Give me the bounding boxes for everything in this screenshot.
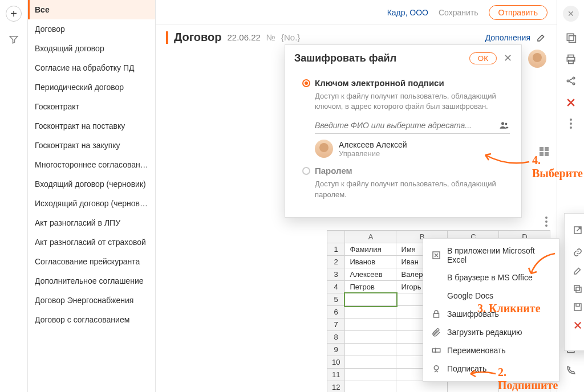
menu-item-label: В приложении Microsoft Excel <box>447 246 551 264</box>
view-grid-toggle[interactable] <box>540 147 549 156</box>
menu-item-label: Переименовать <box>447 346 506 355</box>
menu-expand[interactable]: ⌄ <box>565 334 584 347</box>
sidebar-item[interactable]: Акт разногласий от страховой <box>28 232 155 252</box>
menu-item-label: В браузере в MS Office <box>447 273 533 282</box>
print-icon[interactable] <box>565 54 577 65</box>
author-avatar[interactable] <box>528 50 546 68</box>
sidebar-item[interactable]: Все <box>28 0 155 19</box>
svg-rect-5 <box>574 304 581 311</box>
menu-item[interactable]: Загрузить редакцию <box>423 323 559 341</box>
doc-date: 22.06.22 <box>227 32 260 42</box>
sidebar-item[interactable]: Договор Энергоснабжения <box>28 291 155 310</box>
menu-item-label: Загрузить редакцию <box>447 328 522 337</box>
additions-link[interactable]: Дополнения <box>485 33 530 42</box>
radio-key-label: Ключом электронной подписи <box>315 78 444 88</box>
sidebar-item[interactable]: Входящий договор <box>28 39 155 58</box>
menu-item[interactable]: Google Docs <box>423 287 559 305</box>
add-button[interactable]: + <box>6 6 22 22</box>
menu-item[interactable]: Открыть в новой вкладке <box>565 217 584 243</box>
clip-icon <box>431 327 441 337</box>
radio-password-desc: Доступ к файлу получит пользователь, обл… <box>315 179 510 199</box>
menu-item-label: Google Docs <box>447 291 493 300</box>
menu-item[interactable]: Удалить <box>565 316 584 334</box>
modal-title: Зашифровать файл <box>294 52 469 64</box>
rename-icon <box>431 345 441 356</box>
edit-submenu: В приложении Microsoft ExcelВ браузере в… <box>423 238 559 382</box>
menu-item[interactable]: Редактировать› <box>565 262 584 280</box>
encrypt-modal: Зашифровать файл ОК ✕ Ключом электронной… <box>285 44 522 218</box>
menu-item[interactable]: Зашифровать <box>423 305 559 323</box>
svg-rect-11 <box>569 36 575 43</box>
ok-button[interactable]: ОК <box>469 52 497 64</box>
sidebar-item[interactable]: Госконтракт на поставку <box>28 116 155 136</box>
sidebar-item[interactable]: Акт разногласий в ЛПУ <box>28 213 155 232</box>
share-icon[interactable] <box>565 75 577 87</box>
sidebar-item[interactable]: Входящий договор (черновик) <box>28 174 155 194</box>
blank-icon <box>431 272 441 283</box>
copy-icon <box>573 284 583 294</box>
svg-point-15 <box>567 80 569 81</box>
filter-icon[interactable] <box>9 34 19 44</box>
doc-number-placeholder: {No.} <box>281 32 300 42</box>
sidebar-item[interactable]: Исходящий договор (черновик) <box>28 194 155 213</box>
radio-password-label: Паролем <box>315 166 352 175</box>
main-pane: Кадр, ООО Сохранить Отправить Договор 22… <box>156 0 557 392</box>
svg-point-9 <box>434 366 439 370</box>
file-context-menu: Открыть в новой вкладкеКопировать ссылку… <box>564 213 584 351</box>
radio-key[interactable]: Ключом электронной подписи <box>302 78 510 88</box>
sidebar-item[interactable]: Договор <box>28 19 155 39</box>
edit-icon[interactable] <box>536 32 546 43</box>
left-rail: + <box>0 0 28 392</box>
person-dept: Управление <box>339 149 407 158</box>
people-icon[interactable] <box>498 120 510 131</box>
blank-icon <box>431 291 441 301</box>
svg-rect-10 <box>567 34 574 40</box>
title-row: Договор 22.06.22 № {No.} Дополнения <box>156 25 557 46</box>
attachment-kebab[interactable] <box>545 217 548 227</box>
svg-rect-7 <box>434 313 439 317</box>
sidebar-item[interactable]: Дополнительное соглашение <box>28 271 155 291</box>
send-button[interactable]: Отправить <box>489 5 548 20</box>
menu-item[interactable]: В браузере в MS Office <box>423 268 559 287</box>
sidebar-item[interactable]: Госконтракт на закупку <box>28 136 155 155</box>
radio-password[interactable]: Паролем <box>302 166 510 175</box>
radio-key-desc: Доступ к файлу получит пользователь, обл… <box>315 91 510 112</box>
excel-icon <box>431 250 441 260</box>
menu-item[interactable]: Подписать <box>423 360 559 378</box>
sidebar: ВсеДоговорВходящий договорСогласие на об… <box>28 0 156 392</box>
recipient-input-row <box>315 117 510 134</box>
radio-on-icon <box>302 79 310 87</box>
topbar: Кадр, ООО Сохранить Отправить <box>156 0 557 25</box>
save-link[interactable]: Сохранить <box>439 8 478 17</box>
sidebar-item[interactable]: Госконтракт <box>28 97 155 116</box>
person-name: Алексеев Алексей <box>339 140 407 149</box>
recipient-input[interactable] <box>315 121 498 130</box>
modal-close[interactable]: ✕ <box>504 52 512 64</box>
person-avatar <box>315 140 333 158</box>
selected-person[interactable]: Алексеев Алексей Управление <box>315 140 510 158</box>
radio-off-icon <box>302 167 310 175</box>
windows-icon[interactable] <box>565 32 577 43</box>
svg-point-1 <box>505 123 507 125</box>
svg-rect-8 <box>432 349 440 352</box>
menu-item-label: Подписать <box>447 364 486 373</box>
menu-item[interactable]: Скачать <box>565 298 584 316</box>
sidebar-item[interactable]: Согласие на обработку ПД <box>28 58 155 77</box>
menu-item[interactable]: Переименовать <box>423 341 559 360</box>
sidebar-item[interactable]: Согласование прейскуранта <box>28 252 155 271</box>
sidebar-item[interactable]: Договор с согласованием <box>28 310 155 329</box>
menu-item[interactable]: Копировать ссылку <box>565 243 584 262</box>
svg-rect-4 <box>574 285 579 291</box>
close-panel-button[interactable]: ✕ <box>563 6 579 22</box>
sidebar-item[interactable]: Многостороннее согласование <box>28 155 155 174</box>
delete-icon <box>573 320 583 330</box>
right-rail-kebab[interactable] <box>570 119 572 129</box>
menu-item[interactable]: В приложении Microsoft Excel <box>423 242 559 268</box>
sidebar-item[interactable]: Периодический договор <box>28 77 155 97</box>
save-icon <box>573 302 583 312</box>
company-link[interactable]: Кадр, ООО <box>387 8 428 17</box>
delete-x-icon[interactable] <box>565 97 577 108</box>
menu-item[interactable]: Копировать <box>565 280 584 298</box>
accent-bar <box>166 31 168 44</box>
doc-title: Договор <box>174 31 221 44</box>
